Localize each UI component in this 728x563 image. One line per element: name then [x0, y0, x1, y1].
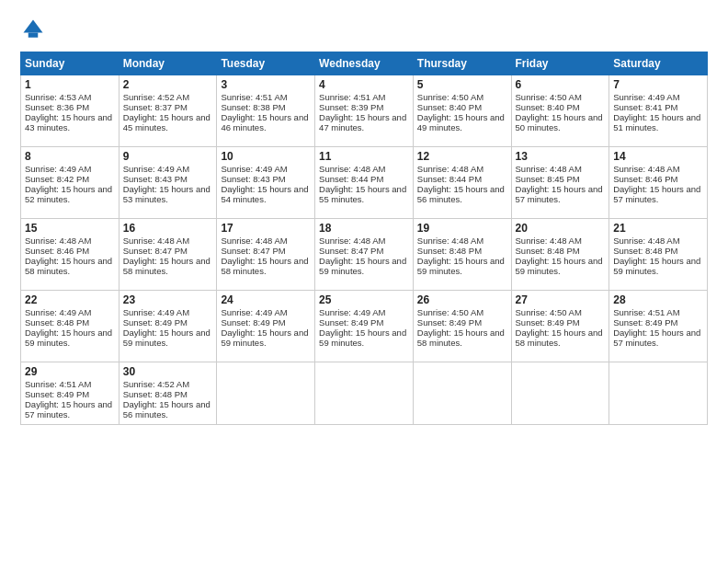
calendar-cell [511, 362, 609, 425]
day-number: 29 [25, 365, 115, 378]
sunrise-text: Sunrise: 4:48 AM [516, 164, 606, 174]
calendar-cell: 19Sunrise: 4:48 AMSunset: 8:48 PMDayligh… [413, 219, 511, 291]
calendar-week-0: 1Sunrise: 4:53 AMSunset: 8:36 PMDaylight… [21, 75, 708, 147]
sunset-text: Sunset: 8:36 PM [25, 102, 115, 112]
calendar-cell [217, 362, 315, 425]
day-number: 2 [123, 78, 213, 91]
daylight-text: Daylight: 15 hours and 59 minutes. [319, 327, 409, 348]
calendar-cell: 26Sunrise: 4:50 AMSunset: 8:49 PMDayligh… [413, 291, 511, 362]
sunrise-text: Sunrise: 4:48 AM [123, 236, 213, 246]
daylight-text: Daylight: 15 hours and 57 minutes. [516, 184, 606, 204]
day-number: 13 [516, 150, 606, 163]
sunrise-text: Sunrise: 4:49 AM [25, 307, 115, 317]
calendar-cell: 20Sunrise: 4:48 AMSunset: 8:48 PMDayligh… [511, 219, 609, 291]
calendar: Sunday Monday Tuesday Wednesday Thursday… [20, 52, 708, 425]
day-number: 11 [319, 150, 409, 163]
calendar-cell [609, 362, 708, 425]
calendar-week-4: 29Sunrise: 4:51 AMSunset: 8:49 PMDayligh… [21, 362, 708, 425]
calendar-week-3: 22Sunrise: 4:49 AMSunset: 8:48 PMDayligh… [21, 291, 708, 362]
sunrise-text: Sunrise: 4:49 AM [319, 307, 409, 317]
day-number: 9 [123, 150, 213, 163]
calendar-cell: 14Sunrise: 4:48 AMSunset: 8:46 PMDayligh… [609, 147, 708, 219]
daylight-text: Daylight: 15 hours and 59 minutes. [25, 327, 115, 348]
sunrise-text: Sunrise: 4:53 AM [25, 92, 115, 102]
daylight-text: Daylight: 15 hours and 49 minutes. [417, 112, 507, 132]
sunrise-text: Sunrise: 4:48 AM [319, 236, 409, 246]
day-number: 15 [25, 222, 115, 235]
col-wednesday: Wednesday [315, 52, 414, 75]
calendar-week-1: 8Sunrise: 4:49 AMSunset: 8:42 PMDaylight… [21, 147, 708, 219]
col-thursday: Thursday [413, 52, 511, 75]
calendar-cell: 1Sunrise: 4:53 AMSunset: 8:36 PMDaylight… [21, 75, 119, 147]
sunset-text: Sunset: 8:47 PM [221, 246, 311, 256]
logo [20, 17, 50, 42]
day-number: 28 [613, 293, 703, 306]
sunset-text: Sunset: 8:49 PM [319, 317, 409, 327]
day-number: 8 [25, 150, 115, 163]
sunset-text: Sunset: 8:46 PM [25, 246, 115, 256]
col-friday: Friday [511, 52, 609, 75]
daylight-text: Daylight: 15 hours and 58 minutes. [123, 256, 213, 276]
sunset-text: Sunset: 8:43 PM [221, 174, 311, 184]
day-number: 30 [123, 365, 213, 378]
sunset-text: Sunset: 8:40 PM [417, 102, 507, 112]
calendar-cell: 17Sunrise: 4:48 AMSunset: 8:47 PMDayligh… [217, 219, 315, 291]
daylight-text: Daylight: 15 hours and 59 minutes. [319, 256, 409, 276]
calendar-cell: 30Sunrise: 4:52 AMSunset: 8:48 PMDayligh… [119, 362, 217, 425]
day-number: 12 [417, 150, 507, 163]
sunset-text: Sunset: 8:46 PM [613, 174, 703, 184]
sunrise-text: Sunrise: 4:52 AM [123, 92, 213, 102]
header [20, 17, 708, 42]
daylight-text: Daylight: 15 hours and 53 minutes. [123, 184, 213, 204]
sunrise-text: Sunrise: 4:49 AM [613, 92, 703, 102]
sunrise-text: Sunrise: 4:49 AM [25, 164, 115, 174]
sunset-text: Sunset: 8:44 PM [319, 174, 409, 184]
sunrise-text: Sunrise: 4:51 AM [319, 92, 409, 102]
sunset-text: Sunset: 8:49 PM [123, 317, 213, 327]
day-number: 24 [221, 293, 311, 306]
sunrise-text: Sunrise: 4:49 AM [123, 307, 213, 317]
day-number: 25 [319, 293, 409, 306]
daylight-text: Daylight: 15 hours and 52 minutes. [25, 184, 115, 204]
calendar-cell: 21Sunrise: 4:48 AMSunset: 8:48 PMDayligh… [609, 219, 708, 291]
sunset-text: Sunset: 8:42 PM [25, 174, 115, 184]
daylight-text: Daylight: 15 hours and 58 minutes. [516, 327, 606, 348]
daylight-text: Daylight: 15 hours and 59 minutes. [613, 256, 703, 276]
daylight-text: Daylight: 15 hours and 50 minutes. [516, 112, 606, 132]
calendar-cell [315, 362, 414, 425]
sunrise-text: Sunrise: 4:51 AM [221, 92, 311, 102]
calendar-week-2: 15Sunrise: 4:48 AMSunset: 8:46 PMDayligh… [21, 219, 708, 291]
sunrise-text: Sunrise: 4:49 AM [221, 307, 311, 317]
sunset-text: Sunset: 8:48 PM [613, 246, 703, 256]
sunrise-text: Sunrise: 4:49 AM [221, 164, 311, 174]
daylight-text: Daylight: 15 hours and 43 minutes. [25, 112, 115, 132]
day-number: 6 [516, 78, 606, 91]
calendar-cell: 12Sunrise: 4:48 AMSunset: 8:44 PMDayligh… [413, 147, 511, 219]
sunset-text: Sunset: 8:48 PM [25, 317, 115, 327]
sunset-text: Sunset: 8:47 PM [319, 246, 409, 256]
calendar-cell: 8Sunrise: 4:49 AMSunset: 8:42 PMDaylight… [21, 147, 119, 219]
daylight-text: Daylight: 15 hours and 58 minutes. [221, 256, 311, 276]
day-number: 14 [613, 150, 703, 163]
sunrise-text: Sunrise: 4:48 AM [319, 164, 409, 174]
page: Sunday Monday Tuesday Wednesday Thursday… [0, 0, 728, 563]
sunset-text: Sunset: 8:48 PM [123, 389, 213, 399]
daylight-text: Daylight: 15 hours and 59 minutes. [221, 327, 311, 348]
calendar-cell: 10Sunrise: 4:49 AMSunset: 8:43 PMDayligh… [217, 147, 315, 219]
calendar-cell: 2Sunrise: 4:52 AMSunset: 8:37 PMDaylight… [119, 75, 217, 147]
sunset-text: Sunset: 8:48 PM [516, 246, 606, 256]
day-number: 3 [221, 78, 311, 91]
calendar-cell: 5Sunrise: 4:50 AMSunset: 8:40 PMDaylight… [413, 75, 511, 147]
daylight-text: Daylight: 15 hours and 54 minutes. [221, 184, 311, 204]
day-number: 18 [319, 222, 409, 235]
calendar-cell: 15Sunrise: 4:48 AMSunset: 8:46 PMDayligh… [21, 219, 119, 291]
sunrise-text: Sunrise: 4:48 AM [417, 236, 507, 246]
col-saturday: Saturday [609, 52, 708, 75]
calendar-cell: 4Sunrise: 4:51 AMSunset: 8:39 PMDaylight… [315, 75, 414, 147]
day-number: 22 [25, 293, 115, 306]
day-number: 7 [613, 78, 703, 91]
sunset-text: Sunset: 8:49 PM [221, 317, 311, 327]
day-number: 17 [221, 222, 311, 235]
calendar-cell: 16Sunrise: 4:48 AMSunset: 8:47 PMDayligh… [119, 219, 217, 291]
day-number: 10 [221, 150, 311, 163]
